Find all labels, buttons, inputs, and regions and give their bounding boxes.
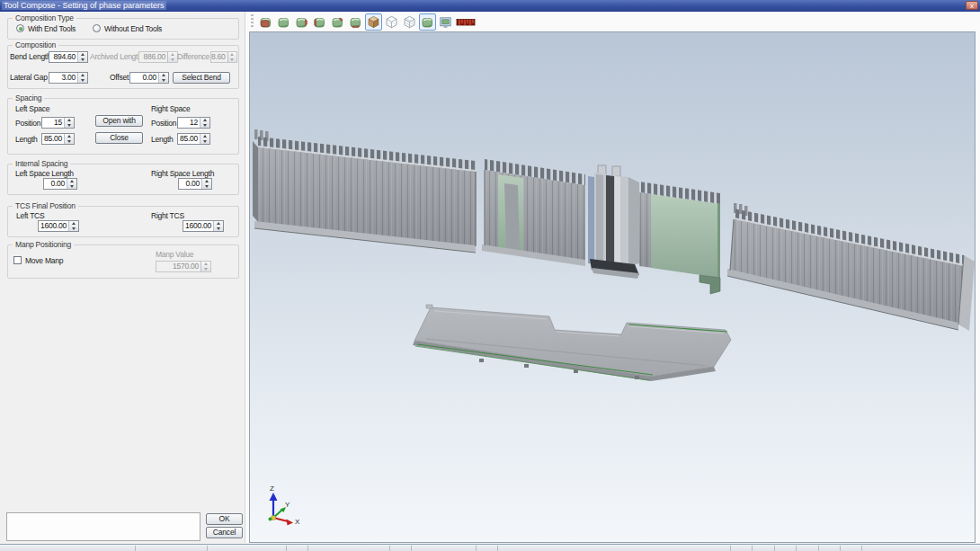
spin-up-icon[interactable] — [203, 135, 207, 138]
shaded-left-edge-view-icon[interactable] — [311, 13, 328, 31]
axis-x-label: X — [295, 518, 300, 526]
status-separator — [796, 546, 797, 551]
status-separator — [286, 546, 287, 551]
internal-spacing-group-title: Internal Spacing — [13, 159, 70, 168]
cancel-button[interactable]: Cancel — [206, 527, 243, 538]
spinner-arrows[interactable] — [201, 179, 211, 189]
spin-up-icon[interactable] — [162, 74, 165, 76]
manp-value-spinner: 1570.00 — [156, 261, 211, 272]
spin-up-icon[interactable] — [203, 119, 207, 121]
message-box[interactable] — [6, 512, 200, 541]
spinner-arrows[interactable] — [77, 52, 87, 62]
spin-down-icon[interactable] — [203, 124, 207, 127]
spin-down-icon — [204, 268, 208, 271]
smooth-shaded-view-icon[interactable] — [347, 13, 364, 31]
spin-down-icon[interactable] — [162, 79, 165, 82]
spinner-arrows[interactable] — [200, 134, 209, 144]
with-end-tools-radio[interactable] — [16, 24, 24, 32]
spin-down-icon[interactable] — [70, 185, 74, 188]
right-position-spinner[interactable]: 12 — [177, 117, 210, 129]
spin-down-icon[interactable] — [205, 185, 209, 188]
open-with-button[interactable]: Open with — [95, 115, 143, 127]
spinner-arrows[interactable] — [213, 221, 223, 231]
spin-down-icon[interactable] — [67, 140, 71, 143]
bend-length-label: Bend Length — [10, 53, 50, 61]
axis-y-label: Y — [285, 501, 290, 509]
bend-length-spinner[interactable]: 894.60 — [49, 51, 88, 63]
solid-box-view-icon[interactable] — [257, 13, 274, 31]
shaded-cube-view-icon[interactable] — [419, 13, 436, 31]
toolbar-grip[interactable] — [251, 14, 254, 29]
shaded-top-view-icon[interactable] — [329, 13, 346, 31]
shaded-edges-view-icon[interactable] — [293, 13, 310, 31]
spin-down-icon[interactable] — [67, 124, 71, 127]
center-tool-part[interactable] — [588, 165, 639, 279]
viewport-3d[interactable]: Z Y X — [249, 31, 976, 543]
right-length-spinner[interactable]: 85.00 — [177, 133, 210, 145]
spin-down-icon[interactable] — [81, 58, 85, 61]
spinner-arrows[interactable] — [67, 179, 76, 189]
fit-view-icon[interactable] — [437, 13, 454, 31]
lateral-gap-spinner[interactable]: 3.00 — [49, 72, 88, 84]
difference-label: Difference — [177, 53, 209, 61]
spin-up-icon[interactable] — [217, 222, 220, 225]
spin-down-icon[interactable] — [81, 79, 85, 82]
status-separator — [411, 546, 412, 551]
spin-down-icon[interactable] — [72, 227, 76, 230]
move-manp-label: Move Manp — [25, 257, 63, 265]
spinner-arrows[interactable] — [158, 73, 168, 83]
right-length-label: Length — [151, 136, 174, 144]
tcs-group-title: TCS Final Position — [13, 201, 78, 210]
spin-up-icon[interactable] — [70, 180, 74, 182]
status-separator — [207, 546, 208, 551]
manp-group-title: Manp Positioning — [13, 240, 74, 249]
lateral-gap-label: Lateral Gap — [10, 74, 48, 82]
offset-label: Offset — [110, 74, 129, 82]
left-space-length-spinner[interactable]: 0.00 — [43, 178, 77, 190]
spinner-arrows — [200, 262, 210, 271]
without-end-tools-radio[interactable] — [93, 24, 101, 32]
spin-up-icon[interactable] — [205, 180, 209, 182]
spinner-arrows[interactable] — [68, 221, 78, 231]
parameters-panel: Composition Type With End Tools Without … — [0, 12, 245, 543]
close-button-spacing[interactable]: Close — [95, 132, 143, 144]
right-space-length-spinner[interactable]: 0.00 — [178, 178, 212, 190]
offset-spinner[interactable]: 0.00 — [129, 72, 169, 84]
spin-up-icon — [230, 53, 234, 56]
spin-up-icon[interactable] — [72, 222, 76, 225]
shaded-view-icon[interactable] — [275, 13, 292, 31]
ok-button[interactable]: OK — [206, 513, 243, 525]
spinner-arrows[interactable] — [200, 118, 209, 128]
radio-dot-icon — [19, 27, 22, 31]
left-space-length-label: Left Space Length — [15, 170, 74, 178]
view-toolbar — [245, 12, 980, 31]
spin-up-icon[interactable] — [67, 119, 71, 121]
scene-3d: Z Y X — [250, 32, 975, 542]
close-button[interactable]: x — [966, 1, 978, 10]
move-manp-checkbox[interactable] — [13, 256, 22, 264]
spin-down-icon[interactable] — [203, 140, 207, 143]
hidden-line-view-icon[interactable] — [401, 13, 418, 31]
spin-up-icon[interactable] — [81, 74, 85, 76]
left-space-title: Left Space — [15, 105, 49, 113]
status-separator — [730, 546, 731, 551]
spinner-arrows[interactable] — [77, 73, 87, 83]
spinner-arrows — [227, 52, 236, 62]
bounding-box-view-icon[interactable] — [365, 13, 382, 31]
offset-value: 0.00 — [130, 73, 158, 83]
left-length-spinner[interactable]: 85.00 — [41, 133, 75, 145]
spinner-arrows[interactable] — [64, 134, 74, 144]
status-separator — [497, 546, 498, 551]
spin-down-icon[interactable] — [217, 227, 220, 230]
select-bend-button[interactable]: Select Bend — [173, 72, 230, 84]
measure-tool-icon[interactable] — [455, 13, 477, 31]
right-tcs-spinner[interactable]: 1600.00 — [183, 220, 224, 232]
spin-up-icon[interactable] — [81, 53, 85, 56]
wireframe-view-icon[interactable] — [383, 13, 400, 31]
spinner-arrows[interactable] — [64, 118, 74, 128]
left-position-spinner[interactable]: 15 — [41, 117, 75, 129]
spin-up-icon[interactable] — [67, 135, 71, 138]
right-length-value: 85.00 — [178, 134, 200, 144]
status-separator — [752, 546, 753, 551]
left-tcs-spinner[interactable]: 1600.00 — [38, 220, 79, 232]
